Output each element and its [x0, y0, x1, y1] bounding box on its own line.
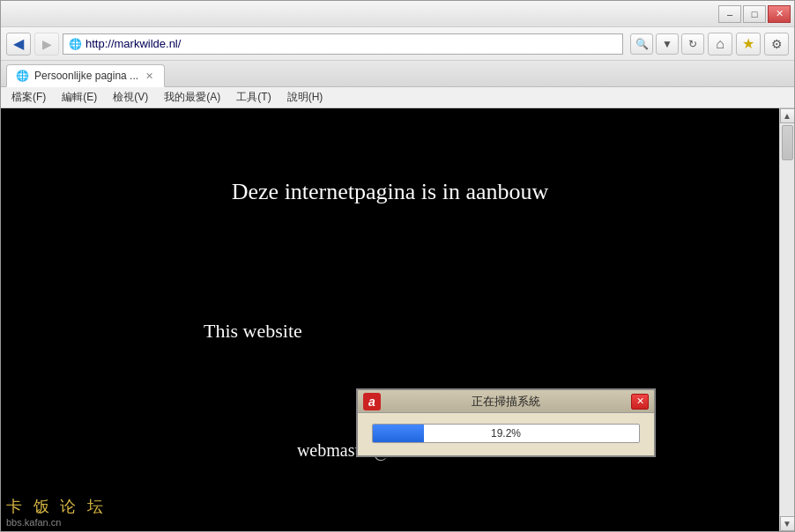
scroll-track[interactable] [780, 123, 794, 516]
content-area: Deze internetpagina is in aanbouw This w… [1, 108, 794, 531]
progress-label: 19.2% [373, 425, 639, 442]
page-subtitle: This website [204, 320, 302, 343]
scrollbar: ▲ ▼ [779, 108, 794, 531]
avira-title-bar: a 正在掃描系統 ✕ [358, 390, 654, 413]
tools-button[interactable]: ⚙ [764, 33, 789, 55]
menu-file[interactable]: 檔案(F) [4, 88, 53, 107]
page-heading: Deze internetpagina is in aanbouw [1, 179, 779, 205]
tab-favicon: 🌐 [16, 70, 29, 82]
title-bar: – □ ✕ [1, 1, 794, 27]
tab-label: Persoonlijke pagina ... [34, 70, 138, 82]
scroll-thumb[interactable] [782, 125, 793, 160]
search-button[interactable]: 🔍 [630, 33, 653, 55]
menu-edit[interactable]: 編輯(E) [55, 88, 104, 107]
url-favicon: 🌐 [69, 38, 82, 50]
tab-close-button[interactable]: ✕ [144, 70, 155, 82]
menu-tools[interactable]: 工具(T) [229, 88, 278, 107]
tab-bar: 🌐 Persoonlijke pagina ... ✕ [1, 61, 794, 87]
webpage: Deze internetpagina is in aanbouw This w… [1, 108, 779, 531]
scroll-down-button[interactable]: ▼ [780, 516, 795, 531]
avira-title-text: 正在掃描系統 [381, 394, 631, 410]
avira-close-button[interactable]: ✕ [631, 394, 649, 410]
watermark-url: bbs.kafan.cn [6, 517, 107, 528]
menu-view[interactable]: 檢視(V) [106, 88, 155, 107]
avira-dialog: a 正在掃描系統 ✕ 19.2% [356, 388, 656, 457]
minimize-button[interactable]: – [718, 5, 741, 23]
avira-icon: a [363, 393, 381, 410]
window-controls: – □ ✕ [718, 5, 791, 23]
browser-window: – □ ✕ ◀ ▶ 🌐 http://markwilde.nl/ 🔍 ▼ ↻ ⌂… [0, 0, 795, 532]
browser-tab[interactable]: 🌐 Persoonlijke pagina ... ✕ [6, 64, 165, 87]
menu-bar: 檔案(F) 編輯(E) 檢視(V) 我的最愛(A) 工具(T) 說明(H) [1, 87, 794, 108]
scroll-up-button[interactable]: ▲ [780, 108, 795, 123]
maximize-button[interactable]: □ [743, 5, 766, 23]
favorites-button[interactable]: ★ [736, 33, 761, 55]
address-bar: ◀ ▶ 🌐 http://markwilde.nl/ 🔍 ▼ ↻ ⌂ ★ ⚙ [1, 27, 794, 61]
menu-help[interactable]: 說明(H) [280, 88, 331, 107]
url-actions: 🔍 ▼ ↻ [630, 33, 704, 55]
url-text: http://markwilde.nl/ [85, 37, 181, 50]
refresh-button[interactable]: ↻ [681, 33, 704, 55]
avira-body: 19.2% [358, 413, 654, 455]
forward-button[interactable]: ▶ [34, 33, 59, 55]
home-button[interactable]: ⌂ [708, 33, 732, 55]
url-box[interactable]: 🌐 http://markwilde.nl/ [63, 33, 623, 55]
watermark-title: 卡 饭 论 坛 [6, 496, 107, 517]
watermark: 卡 饭 论 坛 bbs.kafan.cn [6, 496, 107, 528]
menu-favorites[interactable]: 我的最愛(A) [157, 88, 227, 107]
close-button[interactable]: ✕ [768, 5, 791, 23]
back-button[interactable]: ◀ [6, 33, 31, 55]
progress-bar: 19.2% [372, 424, 640, 443]
avira-logo-text: a [368, 395, 375, 409]
pin-button[interactable]: ▼ [656, 33, 679, 55]
